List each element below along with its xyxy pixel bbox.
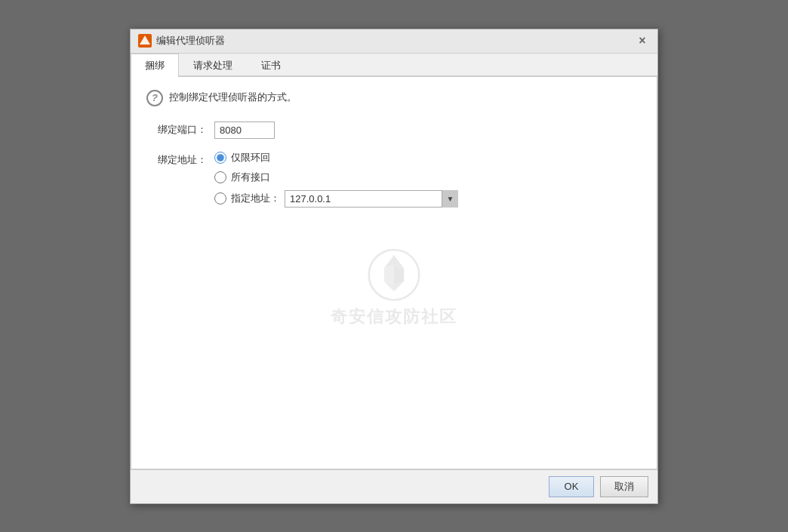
port-label: 绑定端口：: [146, 123, 207, 137]
tab-request[interactable]: 请求处理: [179, 54, 247, 77]
radio-loopback-row[interactable]: 仅限环回: [214, 151, 458, 165]
info-row: ? 控制绑定代理侦听器的方式。: [146, 89, 642, 106]
watermark-text: 奇安信攻防社区: [331, 306, 457, 328]
radio-all[interactable]: [214, 171, 226, 183]
ok-button[interactable]: OK: [549, 476, 594, 497]
footer: OK 取消: [131, 469, 657, 503]
info-icon: ?: [146, 90, 163, 106]
title-bar-left: 编辑代理侦听器: [138, 34, 225, 48]
content-area: 奇安信攻防社区 ? 控制绑定代理侦听器的方式。 绑定端口： 绑定地址： 仅限环回: [131, 77, 657, 469]
radio-specific[interactable]: [214, 192, 226, 204]
app-icon: [138, 34, 152, 48]
radio-loopback-label[interactable]: 仅限环回: [231, 151, 270, 165]
radio-loopback[interactable]: [214, 152, 226, 164]
address-section: 绑定地址： 仅限环回 所有接口 指定地址：: [146, 151, 642, 208]
ip-select-wrapper: 127.0.0.1 ▼: [285, 190, 458, 208]
title-bar: 编辑代理侦听器 ×: [131, 29, 657, 54]
window-title: 编辑代理侦听器: [156, 34, 225, 48]
radio-group: 仅限环回 所有接口 指定地址： 127.0.0.1 ▼: [214, 151, 458, 208]
tab-certificate[interactable]: 证书: [247, 54, 295, 77]
watermark: 奇安信攻防社区: [331, 248, 457, 328]
radio-all-label[interactable]: 所有接口: [231, 171, 270, 184]
cancel-button[interactable]: 取消: [600, 476, 648, 497]
close-button[interactable]: ×: [635, 33, 650, 48]
ip-select[interactable]: 127.0.0.1: [285, 190, 458, 208]
port-row: 绑定端口：: [146, 121, 642, 139]
radio-all-row[interactable]: 所有接口: [214, 171, 458, 184]
info-text: 控制绑定代理侦听器的方式。: [169, 89, 297, 104]
radio-specific-label[interactable]: 指定地址：: [231, 192, 280, 205]
svg-point-2: [369, 250, 420, 300]
port-input[interactable]: [214, 121, 275, 139]
tab-bind[interactable]: 捆绑: [131, 54, 179, 77]
main-window: 编辑代理侦听器 × 捆绑 请求处理 证书 奇安信攻防社区 ? 控制绑定代理侦听器…: [130, 29, 658, 504]
specific-row: 指定地址： 127.0.0.1 ▼: [214, 190, 458, 208]
tab-bar: 捆绑 请求处理 证书: [131, 54, 657, 77]
address-label: 绑定地址：: [146, 151, 207, 167]
